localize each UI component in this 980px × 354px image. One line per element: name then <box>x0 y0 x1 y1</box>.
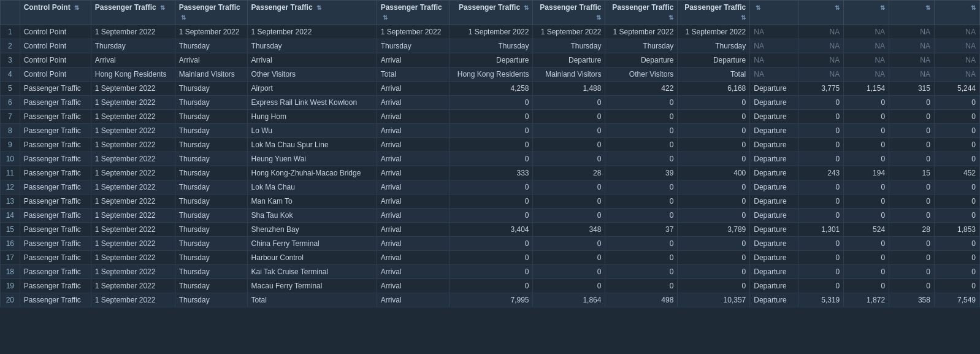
cell-r1-c2: 1 September 2022 <box>91 25 175 39</box>
cell-r15-c13: 28 <box>889 223 935 237</box>
table-row[interactable]: 11Passenger Traffic1 September 2022Thurs… <box>1 166 980 180</box>
table-row[interactable]: 5Passenger Traffic1 September 2022Thursd… <box>1 82 980 96</box>
cell-r15-c3: Thursday <box>175 223 247 237</box>
col-header-2[interactable]: Passenger Traffic ⇅ <box>91 1 175 25</box>
cell-r6-c1: Passenger Traffic <box>20 96 91 110</box>
cell-r20-c6: 7,995 <box>449 293 533 307</box>
cell-r18-c0: 18 <box>1 265 20 279</box>
table-row[interactable]: 4Control PointHong Kong ResidentsMainlan… <box>1 67 980 82</box>
cell-r12-c0: 12 <box>1 180 20 194</box>
col-header-4[interactable]: Passenger Traffic ⇅ <box>247 1 377 25</box>
cell-r4-c10: NA <box>750 67 798 82</box>
cell-r1-c12: NA <box>844 25 889 39</box>
cell-r11-c4: Hong Kong-Zhuhai-Macao Bridge <box>247 166 377 180</box>
cell-r14-c12: 0 <box>844 209 889 223</box>
cell-r3-c13: NA <box>889 53 935 67</box>
cell-r13-c8: 0 <box>605 194 678 209</box>
cell-r20-c14: 7,549 <box>934 293 979 307</box>
cell-r18-c3: Thursday <box>175 265 247 279</box>
cell-r11-c7: 28 <box>533 166 605 180</box>
col-header-5[interactable]: Passenger Traffic ⇅ <box>377 1 449 25</box>
cell-r19-c4: Macau Ferry Terminal <box>247 279 377 293</box>
table-row[interactable]: 6Passenger Traffic1 September 2022Thursd… <box>1 96 980 110</box>
table-row[interactable]: 14Passenger Traffic1 September 2022Thurs… <box>1 209 980 223</box>
col-header-1[interactable]: Control Point ⇅ <box>20 1 91 25</box>
cell-r4-c2: Hong Kong Residents <box>91 67 175 82</box>
sort-icon-2: ⇅ <box>160 4 165 12</box>
cell-r8-c2: 1 September 2022 <box>91 124 175 138</box>
cell-r3-c2: Arrival <box>91 53 175 67</box>
col-header-8[interactable]: Passenger Traffic ⇅ <box>605 1 678 25</box>
cell-r9-c13: 0 <box>889 138 935 152</box>
cell-r6-c3: Thursday <box>175 96 247 110</box>
cell-r13-c11: 0 <box>798 194 844 209</box>
cell-r9-c0: 9 <box>1 138 20 152</box>
cell-r14-c7: 0 <box>533 209 605 223</box>
cell-r12-c7: 0 <box>533 180 605 194</box>
cell-r12-c8: 0 <box>605 180 678 194</box>
table-row[interactable]: 13Passenger Traffic1 September 2022Thurs… <box>1 194 980 209</box>
cell-r11-c3: Thursday <box>175 166 247 180</box>
cell-r9-c8: 0 <box>605 138 678 152</box>
cell-r15-c14: 1,853 <box>934 223 979 237</box>
cell-r8-c10: Departure <box>750 124 798 138</box>
table-row[interactable]: 3Control PointArrivalArrivalArrivalArriv… <box>1 53 980 67</box>
cell-r7-c1: Passenger Traffic <box>20 110 91 124</box>
table-row[interactable]: 17Passenger Traffic1 September 2022Thurs… <box>1 251 980 265</box>
cell-r1-c3: 1 September 2022 <box>175 25 247 39</box>
col-header-rownum[interactable] <box>1 1 20 25</box>
cell-r14-c2: 1 September 2022 <box>91 209 175 223</box>
cell-r17-c2: 1 September 2022 <box>91 251 175 265</box>
cell-r16-c5: Arrival <box>377 237 449 251</box>
cell-r20-c10: Departure <box>750 293 798 307</box>
cell-r14-c1: Passenger Traffic <box>20 209 91 223</box>
cell-r13-c4: Man Kam To <box>247 194 377 209</box>
cell-r5-c4: Airport <box>247 82 377 96</box>
cell-r18-c11: 0 <box>798 265 844 279</box>
cell-r2-c1: Control Point <box>20 39 91 53</box>
table-row[interactable]: 15Passenger Traffic1 September 2022Thurs… <box>1 223 980 237</box>
col-header-9[interactable]: Passenger Traffic ⇅ <box>678 1 750 25</box>
cell-r8-c3: Thursday <box>175 124 247 138</box>
cell-r7-c0: 7 <box>1 110 20 124</box>
table-row[interactable]: 2Control PointThursdayThursdayThursdayTh… <box>1 39 980 53</box>
cell-r12-c11: 0 <box>798 180 844 194</box>
table-row[interactable]: 9Passenger Traffic1 September 2022Thursd… <box>1 138 980 152</box>
col-header-3[interactable]: Passenger Traffic ⇅ <box>175 1 247 25</box>
cell-r14-c10: Departure <box>750 209 798 223</box>
sort-icon-5: ⇅ <box>383 13 388 21</box>
cell-r9-c12: 0 <box>844 138 889 152</box>
table-row[interactable]: 20Passenger Traffic1 September 2022Thurs… <box>1 293 980 307</box>
table-row[interactable]: 7Passenger Traffic1 September 2022Thursd… <box>1 110 980 124</box>
table-row[interactable]: 18Passenger Traffic1 September 2022Thurs… <box>1 265 980 279</box>
table-row[interactable]: 19Passenger Traffic1 September 2022Thurs… <box>1 279 980 293</box>
cell-r19-c12: 0 <box>844 279 889 293</box>
cell-r5-c13: 315 <box>889 82 935 96</box>
cell-r5-c7: 1,488 <box>533 82 605 96</box>
cell-r18-c14: 0 <box>934 265 979 279</box>
cell-r16-c8: 0 <box>605 237 678 251</box>
col-header-7[interactable]: Passenger Traffic ⇅ <box>533 1 605 25</box>
cell-r18-c1: Passenger Traffic <box>20 265 91 279</box>
cell-r13-c12: 0 <box>844 194 889 209</box>
table-row[interactable]: 8Passenger Traffic1 September 2022Thursd… <box>1 124 980 138</box>
table-row[interactable]: 16Passenger Traffic1 September 2022Thurs… <box>1 237 980 251</box>
col-header-13[interactable]: ⇅ <box>889 1 935 25</box>
col-header-10[interactable]: ⇅ <box>750 1 798 25</box>
cell-r6-c5: Arrival <box>377 96 449 110</box>
table-row[interactable]: 10Passenger Traffic1 September 2022Thurs… <box>1 152 980 166</box>
table-row[interactable]: 1Control Point1 September 20221 Septembe… <box>1 25 980 39</box>
col-header-11[interactable]: ⇅ <box>798 1 844 25</box>
cell-r5-c10: Departure <box>750 82 798 96</box>
col-header-6[interactable]: Passenger Traffic ⇅ <box>449 1 533 25</box>
cell-r15-c12: 524 <box>844 223 889 237</box>
cell-r20-c4: Total <box>247 293 377 307</box>
col-header-14[interactable]: ⇅ <box>934 1 979 25</box>
table-row[interactable]: 12Passenger Traffic1 September 2022Thurs… <box>1 180 980 194</box>
cell-r8-c8: 0 <box>605 124 678 138</box>
cell-r7-c4: Hung Hom <box>247 110 377 124</box>
cell-r10-c1: Passenger Traffic <box>20 152 91 166</box>
cell-r16-c0: 16 <box>1 237 20 251</box>
cell-r4-c13: NA <box>889 67 935 82</box>
col-header-12[interactable]: ⇅ <box>844 1 889 25</box>
